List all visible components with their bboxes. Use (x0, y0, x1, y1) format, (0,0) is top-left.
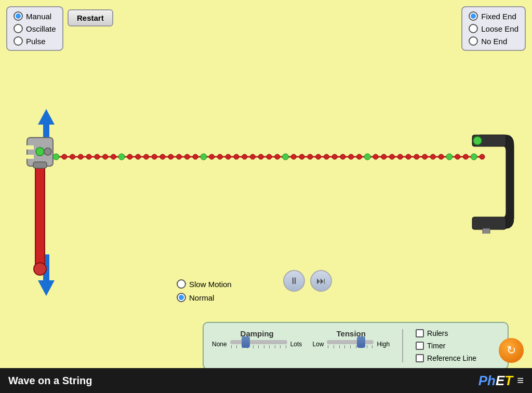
damping-ticks (230, 345, 287, 348)
menu-icon[interactable]: ≡ (517, 374, 524, 387)
svg-point-27 (201, 154, 207, 160)
restart-button[interactable]: Restart (68, 9, 113, 26)
pulse-radio[interactable] (14, 36, 23, 46)
fixed-end-option[interactable]: Fixed End (469, 11, 518, 21)
normal-speed-option[interactable]: Normal (177, 293, 232, 302)
manual-label: Manual (26, 12, 51, 21)
svg-point-3 (36, 147, 44, 156)
svg-point-58 (455, 154, 460, 159)
oscillate-radio[interactable] (14, 24, 23, 33)
svg-point-16 (111, 154, 116, 159)
oscillate-option[interactable]: Oscillate (14, 24, 56, 33)
timer-checkbox-row[interactable]: Timer (416, 342, 476, 350)
svg-point-14 (95, 154, 100, 159)
manual-option[interactable]: Manual (14, 11, 56, 21)
damping-section: Damping None Lots (212, 329, 302, 348)
svg-point-29 (217, 154, 222, 159)
svg-point-52 (406, 154, 411, 159)
svg-point-47 (364, 154, 370, 160)
svg-point-5 (34, 263, 46, 275)
damping-slider-thumb[interactable] (242, 336, 250, 348)
tension-ticks (327, 345, 374, 348)
svg-rect-2 (24, 155, 34, 159)
wave-string: // We'll draw beads via JS after page lo… (56, 153, 480, 160)
no-end-option[interactable]: No End (469, 36, 518, 46)
loose-end-radio[interactable] (469, 24, 478, 33)
svg-rect-64 (483, 228, 490, 234)
svg-point-9 (53, 154, 59, 160)
svg-point-28 (209, 154, 215, 159)
svg-point-42 (324, 154, 329, 159)
loose-end-option[interactable]: Loose End (469, 24, 518, 33)
tension-section: Tension Low High (312, 329, 390, 348)
pause-button[interactable]: ⏸ (283, 270, 305, 292)
svg-point-55 (430, 154, 435, 159)
end-type-panel: Fixed End Loose End No End (461, 6, 526, 51)
slow-motion-option[interactable]: Slow Motion (177, 279, 232, 289)
tension-slider-row: Low High (312, 340, 390, 348)
svg-point-59 (463, 154, 468, 159)
speed-panel: Slow Motion Normal (177, 279, 232, 302)
svg-rect-4 (35, 165, 45, 269)
svg-point-45 (349, 154, 354, 159)
damping-slider-row: None Lots (212, 340, 302, 348)
svg-point-39 (299, 154, 304, 159)
reference-line-checkbox[interactable] (416, 354, 424, 362)
damping-low-label: None (212, 341, 227, 348)
oscillate-label: Oscillate (26, 24, 56, 33)
svg-point-41 (316, 154, 321, 159)
damping-slider-track[interactable] (230, 340, 287, 344)
manual-radio[interactable] (14, 11, 23, 21)
svg-point-35 (267, 154, 272, 159)
reference-line-label: Reference Line (427, 354, 476, 362)
svg-point-26 (193, 154, 198, 159)
svg-point-19 (136, 154, 141, 159)
svg-point-37 (283, 154, 289, 160)
settings-panel: Damping None Lots Tension Low (203, 322, 509, 370)
reference-line-checkbox-row[interactable]: Reference Line (416, 354, 476, 362)
c-clamp (470, 130, 516, 234)
refresh-button[interactable]: ↻ (499, 338, 524, 363)
timer-checkbox[interactable] (416, 342, 424, 350)
tension-low-label: Low (312, 341, 324, 348)
no-end-radio[interactable] (469, 36, 478, 46)
svg-point-13 (86, 154, 91, 159)
no-end-label: No End (481, 37, 507, 46)
rulers-checkbox-row[interactable]: Rulers (416, 329, 476, 337)
svg-point-11 (70, 154, 75, 159)
svg-rect-1 (24, 145, 34, 150)
pulse-option[interactable]: Pulse (14, 36, 56, 46)
svg-point-34 (258, 154, 263, 159)
svg-point-17 (118, 154, 125, 160)
slow-motion-label: Slow Motion (189, 280, 232, 289)
svg-point-20 (143, 154, 149, 159)
fixed-end-radio[interactable] (469, 11, 478, 21)
pulse-label: Pulse (26, 37, 46, 46)
slow-motion-radio[interactable] (177, 279, 186, 289)
svg-point-43 (332, 154, 337, 159)
svg-point-48 (373, 154, 378, 159)
app-title: Wave on a String (8, 375, 92, 387)
checkboxes-section: Rulers Timer Reference Line (416, 329, 476, 362)
svg-point-53 (414, 154, 419, 159)
step-button[interactable]: ⏭ (310, 270, 332, 292)
wrench-tool[interactable] (22, 135, 58, 286)
svg-point-18 (127, 154, 132, 159)
tension-slider-thumb[interactable] (357, 336, 365, 348)
playback-controls: ⏸ ⏭ (283, 270, 332, 292)
svg-point-38 (291, 154, 296, 159)
svg-point-56 (438, 154, 444, 159)
rulers-checkbox[interactable] (416, 329, 424, 337)
svg-point-6 (44, 148, 51, 155)
normal-speed-label: Normal (189, 293, 214, 302)
phet-text: PhET (478, 373, 513, 389)
tension-slider-track[interactable] (327, 340, 374, 344)
damping-high-label: Lots (290, 341, 302, 348)
svg-point-15 (103, 154, 108, 159)
svg-point-21 (152, 154, 157, 159)
svg-point-57 (446, 154, 453, 160)
svg-rect-63 (472, 217, 506, 229)
normal-radio[interactable] (177, 293, 186, 302)
loose-end-label: Loose End (481, 24, 518, 33)
phet-logo: PhET ≡ (478, 373, 524, 389)
